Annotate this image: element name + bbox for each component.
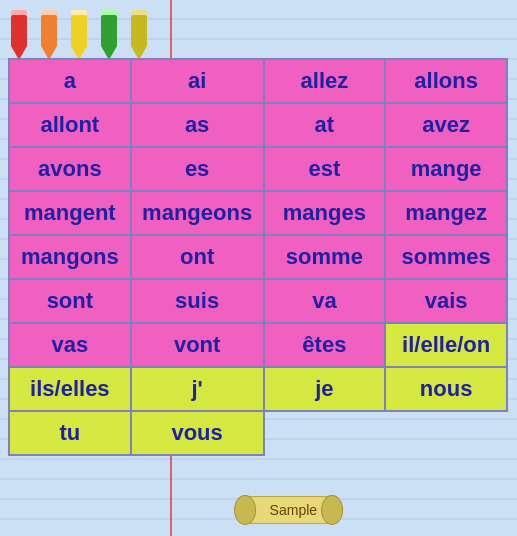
yellow-pencil xyxy=(65,10,93,60)
grid-cell[interactable]: va xyxy=(264,279,386,323)
grid-cell[interactable]: je xyxy=(264,367,386,411)
red-pencil xyxy=(5,10,33,60)
grid-cell[interactable]: somme xyxy=(264,235,386,279)
grid-cell[interactable]: nous xyxy=(385,367,507,411)
grid-cell[interactable]: êtes xyxy=(264,323,386,367)
sample-text: Sample xyxy=(270,502,317,518)
grid-cell[interactable]: mangeons xyxy=(131,191,264,235)
grid-cell[interactable] xyxy=(264,411,386,455)
grid-cell[interactable]: at xyxy=(264,103,386,147)
grid-cell[interactable]: j' xyxy=(131,367,264,411)
grid-cell[interactable]: avons xyxy=(9,147,131,191)
grid-cell[interactable]: tu xyxy=(9,411,131,455)
pencil-body xyxy=(101,15,117,46)
gold-pencil xyxy=(125,10,153,60)
grid-cell[interactable]: ont xyxy=(131,235,264,279)
grid-cell[interactable] xyxy=(385,411,507,455)
grid-cell[interactable]: est xyxy=(264,147,386,191)
grid-cell[interactable]: sommes xyxy=(385,235,507,279)
grid-cell[interactable]: mangons xyxy=(9,235,131,279)
pencil-body xyxy=(41,15,57,46)
pencils-area xyxy=(0,2,175,60)
grid-cell[interactable]: manges xyxy=(264,191,386,235)
grid-cell[interactable]: mange xyxy=(385,147,507,191)
grid-cell[interactable]: mangent xyxy=(9,191,131,235)
sample-label[interactable]: Sample xyxy=(239,496,338,524)
sample-scroll[interactable]: Sample xyxy=(239,496,338,524)
pencil-body xyxy=(71,15,87,46)
grid-cell[interactable]: mangez xyxy=(385,191,507,235)
pencil-body xyxy=(131,15,147,46)
grid-cell[interactable]: es xyxy=(131,147,264,191)
grid-cell[interactable]: as xyxy=(131,103,264,147)
word-grid: aaiallezallonsallontasatavezavonsesestma… xyxy=(8,58,508,456)
grid-cell[interactable]: il/elle/on xyxy=(385,323,507,367)
grid-cell[interactable]: a xyxy=(9,59,131,103)
grid-cell[interactable]: ai xyxy=(131,59,264,103)
green-pencil xyxy=(95,10,123,60)
grid-cell[interactable]: vas xyxy=(9,323,131,367)
grid-cell[interactable]: avez xyxy=(385,103,507,147)
pencil-body xyxy=(11,15,27,46)
orange-pencil xyxy=(35,10,63,60)
grid-cell[interactable]: vais xyxy=(385,279,507,323)
grid-cell[interactable]: ils/elles xyxy=(9,367,131,411)
grid-cell[interactable]: sont xyxy=(9,279,131,323)
grid-cell[interactable]: vous xyxy=(131,411,264,455)
grid-container: aaiallezallonsallontasatavezavonsesestma… xyxy=(8,58,509,456)
grid-cell[interactable]: suis xyxy=(131,279,264,323)
grid-cell[interactable]: vont xyxy=(131,323,264,367)
grid-cell[interactable]: allons xyxy=(385,59,507,103)
grid-cell[interactable]: allont xyxy=(9,103,131,147)
grid-cell[interactable]: allez xyxy=(264,59,386,103)
